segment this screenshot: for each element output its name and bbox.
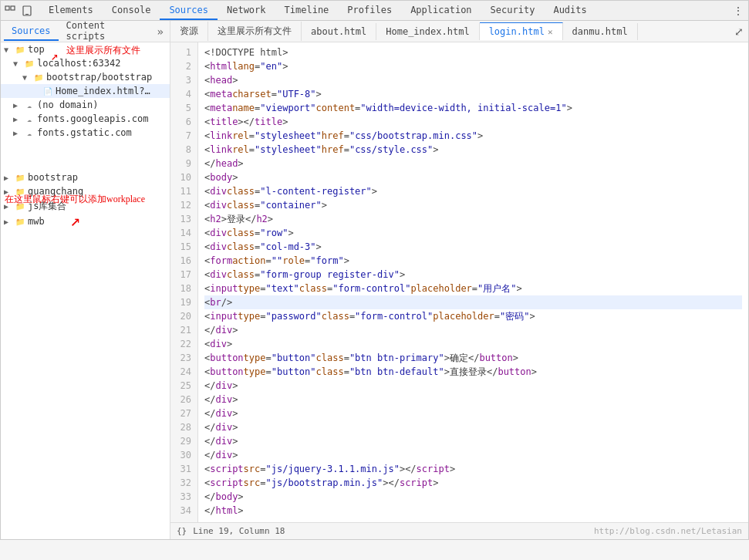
folder-icon: 📁 xyxy=(15,216,25,227)
tab-label: 资源 xyxy=(180,25,198,38)
expand-arrow: ▼ xyxy=(13,59,24,68)
editor-tab-home-index[interactable]: Home_index.html xyxy=(376,23,479,40)
line-number: 20 xyxy=(177,309,191,323)
tab-label: Home_index.html xyxy=(386,26,469,37)
tab-security[interactable]: Security xyxy=(481,2,545,20)
code-line: <input type="password" class="form-contr… xyxy=(204,309,742,323)
tab-console[interactable]: Console xyxy=(103,2,160,20)
cursor-position: Line 19, Column 18 xyxy=(193,526,285,536)
devtools-window: Elements Console Sources Network Timelin… xyxy=(0,0,749,540)
svg-rect-1 xyxy=(11,6,15,10)
line-number: 31 xyxy=(177,462,191,476)
line-number: 9 xyxy=(177,157,191,170)
line-number: 27 xyxy=(177,407,191,420)
tree-item-bootstrap-bootstrap[interactable]: ▼ 📁 bootstrap/bootstrap xyxy=(1,70,170,84)
editor-tab-show-files[interactable]: 这里展示所有文件 xyxy=(208,22,302,41)
subtab-more-button[interactable]: » xyxy=(154,25,167,38)
line-number: 33 xyxy=(177,490,191,504)
line-number: 21 xyxy=(177,323,191,337)
code-line: <button type="button" class="btn btn-pri… xyxy=(204,351,742,365)
status-icon: {} xyxy=(177,526,187,536)
line-number: 26 xyxy=(177,393,191,407)
inspect-icon[interactable] xyxy=(4,5,16,17)
editor-tab-login[interactable]: login.html ✕ xyxy=(480,22,563,40)
tab-sources[interactable]: Sources xyxy=(160,2,218,20)
tree-item-guangchang[interactable]: ▶ 📁 guangchang xyxy=(1,184,170,198)
file-tree: 这里展示所有文件 ↗ ▼ 📁 top ▼ 📁 localhost:63342 ▼ xyxy=(1,42,170,228)
editor-area: 资源 这里展示所有文件 about.html Home_index.html l… xyxy=(170,21,748,539)
tree-label: top xyxy=(28,44,45,55)
tree-label: (no domain) xyxy=(37,100,98,110)
tree-item-gstatic[interactable]: ▶ ☁ fonts.gstatic.com xyxy=(1,126,170,140)
tree-item-bootstrap-root[interactable]: ▶ 📁 bootstrap xyxy=(1,170,170,184)
line-number: 28 xyxy=(177,420,191,434)
code-line: </div> xyxy=(204,420,742,434)
line-number: 22 xyxy=(177,337,191,351)
line-number: 5 xyxy=(177,101,191,115)
line-number: 3 xyxy=(177,73,191,87)
folder-icon: 📁 xyxy=(15,186,25,197)
tab-close-button[interactable]: ✕ xyxy=(548,27,553,37)
code-line: <button type="button" class="btn btn-def… xyxy=(204,365,742,379)
subtab-sources[interactable]: Sources xyxy=(4,22,59,41)
tree-item-home-index[interactable]: 📄 Home_index.html?_ijt=rttgtc xyxy=(1,84,170,98)
subtoolbar: Sources Content scripts » xyxy=(1,21,170,42)
code-line: </body> xyxy=(204,490,742,504)
code-content[interactable]: <!DOCTYPE html><html lang="en"><head> <m… xyxy=(198,42,748,522)
tree-item-googleapis[interactable]: ▶ ☁ fonts.googleapis.com xyxy=(1,112,170,126)
blog-url: http://blog.csdn.net/Letasian xyxy=(594,526,742,536)
tab-label: login.html xyxy=(489,26,545,37)
svg-rect-3 xyxy=(25,14,29,15)
tab-profiles[interactable]: Profiles xyxy=(338,2,401,20)
code-line: <form action="" role="form"> xyxy=(204,254,742,268)
folder-icon: 📁 xyxy=(15,44,25,55)
more-options-button[interactable]: ⋮ xyxy=(731,4,745,18)
tab-elements[interactable]: Elements xyxy=(39,2,103,20)
code-line: <html lang="en"> xyxy=(204,59,742,73)
tree-item-mwb[interactable]: ▶ 📁 mwb xyxy=(1,214,170,228)
line-number: 6 xyxy=(177,115,191,129)
expand-arrow: ▶ xyxy=(4,174,15,182)
cloud-icon: ☁ xyxy=(24,127,35,138)
tree-item-no-domain[interactable]: ▶ ☁ (no domain) xyxy=(1,98,170,112)
folder-icon: 📁 xyxy=(15,172,25,183)
expand-arrow: ▶ xyxy=(13,129,24,137)
folder-icon: 📁 xyxy=(15,201,25,212)
line-number: 19 xyxy=(177,295,191,309)
tree-item-top[interactable]: ▼ 📁 top xyxy=(1,42,170,56)
line-number: 7 xyxy=(177,129,191,143)
expand-editor-button[interactable]: ⤢ xyxy=(730,24,748,39)
code-line: </html> xyxy=(204,504,742,518)
code-editor: 1234567891011121314151617181920212223242… xyxy=(170,42,748,522)
line-number: 4 xyxy=(177,87,191,101)
expand-arrow: ▼ xyxy=(4,46,15,54)
tab-network[interactable]: Network xyxy=(218,2,275,20)
main-content-area: Sources Content scripts » 这里展示所有文件 ↗ ▼ 📁… xyxy=(1,21,748,539)
code-line: </div> xyxy=(204,379,742,393)
editor-tab-danmu[interactable]: danmu.html xyxy=(563,23,638,40)
tab-label: about.html xyxy=(311,26,366,37)
code-line: <meta charset="UTF-8"> xyxy=(204,87,742,101)
code-line: <script src="js/jquery-3.1.1.min.js"></s… xyxy=(204,462,742,476)
code-line: <input type="text" class="form-control" … xyxy=(204,282,742,295)
expand-arrow: ▶ xyxy=(13,115,24,123)
file-icon: 📄 xyxy=(42,86,53,96)
editor-tab-resources[interactable]: 资源 xyxy=(170,22,208,41)
tree-label: localhost:63342 xyxy=(37,58,120,69)
device-icon[interactable] xyxy=(21,5,33,17)
tab-timeline[interactable]: Timeline xyxy=(275,2,339,20)
editor-tab-about[interactable]: about.html xyxy=(302,23,376,40)
tab-audits[interactable]: Audits xyxy=(544,2,595,20)
tab-label: 这里展示所有文件 xyxy=(218,25,292,38)
line-number: 29 xyxy=(177,434,191,448)
line-number: 1 xyxy=(177,46,191,59)
tab-application[interactable]: Application xyxy=(401,2,481,20)
line-number: 24 xyxy=(177,365,191,379)
tree-item-localhost[interactable]: ▼ 📁 localhost:63342 xyxy=(1,56,170,70)
nav-tabs: Elements Console Sources Network Timelin… xyxy=(39,2,731,20)
editor-tabs-bar: 资源 这里展示所有文件 about.html Home_index.html l… xyxy=(170,21,748,42)
status-bar: {} Line 19, Column 18 http://blog.csdn.n… xyxy=(170,522,748,539)
code-line: <div class="container"> xyxy=(204,198,742,212)
tree-item-js-library[interactable]: ▶ 📁 js库集合 xyxy=(1,198,170,214)
line-number: 23 xyxy=(177,351,191,365)
